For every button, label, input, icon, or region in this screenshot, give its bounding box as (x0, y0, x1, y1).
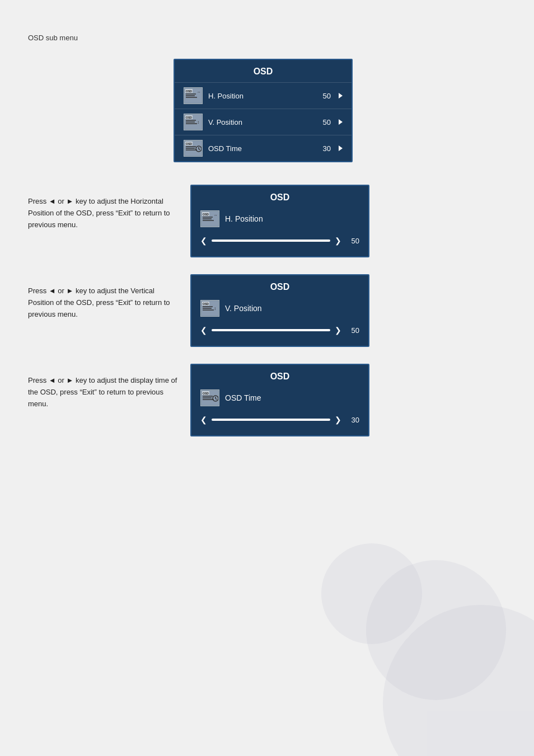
osd-main-menu-title: OSD (175, 60, 352, 82)
osd-sub-panel-v-position: OSD OSD ↕ V. Position (190, 274, 369, 347)
slider-value-3: 30 (346, 416, 359, 424)
osd-main-menu-panel: OSD OSD ↔ H. Position 50 (174, 59, 353, 162)
osd-menu-arrow-v-position (339, 119, 343, 125)
slider-track-3 (212, 419, 330, 421)
osd-sub-row-2: OSD ↕ V. Position (191, 297, 368, 320)
osd-sub-row-3: OSD OSD Time (191, 386, 368, 410)
osd-slider-row-h-position: ❮ ❯ 50 (191, 231, 368, 247)
instruction-paragraph-3: Press ◄ or ► key to adjust the display t… (28, 375, 179, 410)
svg-text:OSD: OSD (203, 213, 209, 216)
slider-right-arrow-2: ❯ (335, 326, 341, 335)
osd-icon-h-position: OSD ↔ (184, 87, 203, 104)
osd-menu-row-v-position: OSD ↕ V. Position 50 (175, 109, 352, 135)
osd-sub-label-v-position: V. Position (225, 304, 262, 313)
svg-text:OSD: OSD (186, 90, 192, 93)
osd-icon-osd-time: OSD (184, 140, 203, 157)
osd-menu-label-osd-time: OSD Time (208, 144, 317, 153)
osd-menu-value-h-position: 50 (323, 92, 331, 100)
osd-sub-icon-h-position: OSD ↔ (200, 210, 219, 227)
osd-menu-row-h-position: OSD ↔ H. Position 50 (175, 82, 352, 109)
slider-right-arrow-1: ❯ (335, 236, 341, 245)
osd-slider-row-v-position: ❮ ❯ 50 (191, 320, 368, 337)
instruction-text-1: Press ◄ or ► key to adjust the Horizonta… (28, 185, 179, 231)
bg-circle-1 (383, 605, 534, 756)
slider-left-arrow-2: ❮ (200, 326, 207, 335)
svg-text:↕: ↕ (197, 120, 199, 125)
osd-slider-row-osd-time: ❮ ❯ 30 (191, 410, 368, 426)
sub-panel-col-2: OSD OSD ↕ V. Position (190, 274, 506, 347)
osd-sub-title-3: OSD (191, 365, 368, 386)
svg-text:↔: ↔ (197, 90, 201, 94)
bg-circle-3 (321, 543, 422, 644)
instruction-row-2: Press ◄ or ► key to adjust the Vertical … (28, 274, 506, 347)
instruction-paragraph-2: Press ◄ or ► key to adjust the Vertical … (28, 285, 179, 320)
osd-menu-arrow-osd-time (339, 145, 343, 151)
content-area: OSD sub menu OSD OSD ↔ H. Position 50 (0, 0, 534, 476)
osd-sub-icon-osd-time: OSD (200, 389, 219, 406)
slider-track-1 (212, 240, 330, 242)
svg-text:OSD: OSD (203, 302, 209, 306)
osd-sub-row-1: OSD ↔ H. Position (191, 207, 368, 231)
slider-left-arrow-3: ❮ (200, 415, 207, 424)
osd-menu-row-osd-time: OSD OSD Time 30 (175, 135, 352, 161)
instruction-text-2: Press ◄ or ► key to adjust the Vertical … (28, 274, 179, 320)
section-title: OSD sub menu (28, 34, 506, 42)
osd-sub-icon-v-position: OSD ↕ (200, 300, 219, 317)
osd-sub-label-osd-time: OSD Time (225, 393, 261, 402)
slider-left-arrow-1: ❮ (200, 236, 207, 245)
svg-text:↕: ↕ (214, 306, 216, 311)
bg-circle-2 (366, 560, 506, 700)
slider-right-arrow-3: ❯ (335, 415, 341, 424)
osd-menu-label-v-position: V. Position (208, 118, 317, 126)
instruction-row-3: Press ◄ or ► key to adjust the display t… (28, 364, 506, 436)
osd-icon-v-position: OSD ↕ (184, 114, 203, 130)
instruction-text-3: Press ◄ or ► key to adjust the display t… (28, 364, 179, 410)
sub-panel-col-3: OSD OSD (190, 364, 506, 436)
osd-menu-arrow-h-position (339, 93, 343, 98)
svg-text:OSD: OSD (186, 142, 192, 145)
svg-text:OSD: OSD (203, 392, 209, 395)
sub-panel-col-1: OSD OSD ↔ H. Position (190, 185, 506, 257)
instruction-paragraph-1: Press ◄ or ► key to adjust the Horizonta… (28, 196, 179, 231)
svg-text:OSD: OSD (186, 116, 192, 119)
slider-track-2 (212, 329, 330, 331)
osd-sub-panel-osd-time: OSD OSD (190, 364, 369, 436)
osd-sub-title-1: OSD (191, 186, 368, 207)
osd-sub-title-2: OSD (191, 275, 368, 297)
svg-text:↔: ↔ (214, 213, 218, 217)
osd-menu-value-v-position: 50 (323, 118, 331, 126)
slider-value-2: 50 (346, 326, 359, 335)
osd-sub-panel-h-position: OSD OSD ↔ H. Position (190, 185, 369, 257)
background-decoration (310, 532, 534, 756)
osd-menu-value-osd-time: 30 (323, 144, 331, 153)
slider-value-1: 50 (346, 237, 359, 245)
instruction-row-1: Press ◄ or ► key to adjust the Horizonta… (28, 185, 506, 257)
osd-sub-label-h-position: H. Position (225, 214, 263, 223)
osd-menu-label-h-position: H. Position (208, 92, 317, 100)
